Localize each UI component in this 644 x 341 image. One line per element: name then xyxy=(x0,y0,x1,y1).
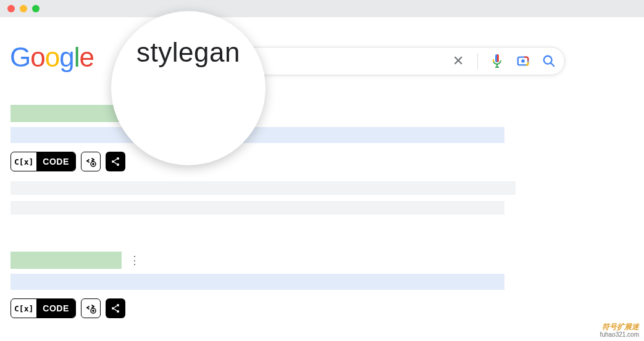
share-button[interactable] xyxy=(106,298,125,318)
code-label: CODE xyxy=(36,152,75,171)
result-snippet-line xyxy=(10,181,516,195)
google-logo[interactable]: Google xyxy=(10,42,94,73)
add-code-button[interactable] xyxy=(81,298,101,318)
svg-line-21 xyxy=(114,306,117,308)
code-button[interactable]: C[x] CODE xyxy=(10,298,76,318)
svg-point-4 xyxy=(521,59,525,63)
separator xyxy=(477,53,478,69)
result-title-link[interactable] xyxy=(10,127,504,143)
search-query-text: stylegan xyxy=(136,37,240,68)
more-options-icon[interactable]: ⋮ xyxy=(129,253,139,267)
svg-point-11 xyxy=(112,160,114,163)
search-results: ⋮ C[x] CODE ⋮ C[x] CODE xyxy=(10,105,523,341)
voice-search-icon[interactable] xyxy=(490,54,504,68)
svg-line-13 xyxy=(114,159,117,161)
result-snippet-line xyxy=(10,201,504,215)
window-titlebar xyxy=(0,0,644,17)
svg-point-18 xyxy=(117,304,119,306)
svg-line-14 xyxy=(114,162,117,164)
minimize-window-button[interactable] xyxy=(20,5,27,12)
search-header: Google ✕ stylegan xyxy=(0,17,644,79)
share-button[interactable] xyxy=(106,152,125,171)
search-result: ⋮ C[x] CODE xyxy=(10,252,523,318)
code-label: CODE xyxy=(36,299,75,318)
svg-line-22 xyxy=(114,309,117,311)
result-title-link[interactable] xyxy=(10,274,504,290)
add-code-button[interactable] xyxy=(81,152,101,171)
code-icon: C[x] xyxy=(11,304,36,313)
search-query-magnified: stylegan xyxy=(111,11,266,165)
svg-rect-0 xyxy=(493,59,494,62)
close-window-button[interactable] xyxy=(7,5,15,12)
watermark: 符号扩展迷 fuhao321.com xyxy=(600,323,639,339)
svg-point-20 xyxy=(117,310,119,313)
svg-line-6 xyxy=(551,63,554,67)
result-source-badge[interactable] xyxy=(10,252,122,269)
clear-icon[interactable]: ✕ xyxy=(451,54,465,68)
image-search-icon[interactable] xyxy=(516,54,530,68)
search-result: ⋮ C[x] CODE xyxy=(10,105,523,215)
svg-point-19 xyxy=(112,307,114,310)
code-icon: C[x] xyxy=(11,157,36,166)
code-button[interactable]: C[x] CODE xyxy=(10,152,76,171)
maximize-window-button[interactable] xyxy=(32,5,40,12)
search-icon[interactable] xyxy=(542,54,556,68)
result-source-badge[interactable] xyxy=(10,105,122,122)
svg-point-10 xyxy=(117,157,119,160)
svg-point-12 xyxy=(117,163,119,166)
